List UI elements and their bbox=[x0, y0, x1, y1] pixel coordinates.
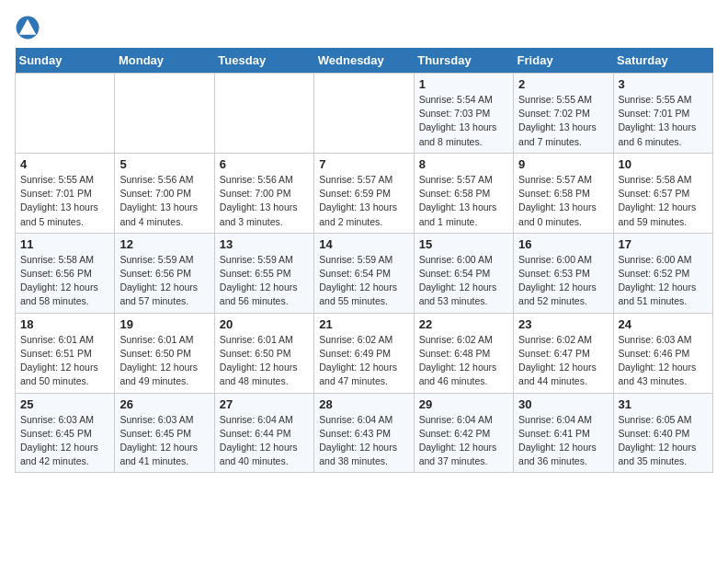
cell-info: Sunrise: 6:04 AM Sunset: 6:43 PM Dayligh… bbox=[319, 413, 408, 469]
cell-info: Sunrise: 5:57 AM Sunset: 6:58 PM Dayligh… bbox=[419, 173, 508, 229]
calendar-cell: 15Sunrise: 6:00 AM Sunset: 6:54 PM Dayli… bbox=[414, 233, 513, 313]
cell-info: Sunrise: 6:04 AM Sunset: 6:41 PM Dayligh… bbox=[518, 413, 608, 469]
calendar-cell: 19Sunrise: 6:01 AM Sunset: 6:50 PM Dayli… bbox=[115, 313, 214, 393]
calendar-cell bbox=[115, 74, 214, 154]
calendar-body: 1Sunrise: 5:54 AM Sunset: 7:03 PM Daylig… bbox=[16, 74, 713, 473]
calendar-header: SundayMondayTuesdayWednesdayThursdayFrid… bbox=[16, 48, 713, 74]
calendar-cell: 29Sunrise: 6:04 AM Sunset: 6:42 PM Dayli… bbox=[414, 393, 513, 473]
cell-info: Sunrise: 5:57 AM Sunset: 6:58 PM Dayligh… bbox=[518, 173, 608, 229]
days-of-week-row: SundayMondayTuesdayWednesdayThursdayFrid… bbox=[16, 48, 713, 74]
page-header bbox=[15, 15, 713, 40]
day-header-sunday: Sunday bbox=[16, 48, 115, 74]
cell-info: Sunrise: 6:05 AM Sunset: 6:40 PM Dayligh… bbox=[619, 413, 708, 469]
calendar-cell: 17Sunrise: 6:00 AM Sunset: 6:52 PM Dayli… bbox=[613, 233, 712, 313]
cell-info: Sunrise: 6:01 AM Sunset: 6:50 PM Dayligh… bbox=[119, 333, 209, 389]
calendar-cell: 25Sunrise: 6:03 AM Sunset: 6:45 PM Dayli… bbox=[16, 393, 115, 473]
cell-info: Sunrise: 6:01 AM Sunset: 6:50 PM Dayligh… bbox=[220, 333, 309, 389]
day-number: 15 bbox=[419, 237, 508, 251]
calendar-cell bbox=[314, 74, 414, 154]
calendar-cell: 20Sunrise: 6:01 AM Sunset: 6:50 PM Dayli… bbox=[214, 313, 313, 393]
cell-info: Sunrise: 5:55 AM Sunset: 7:01 PM Dayligh… bbox=[619, 93, 708, 149]
calendar-week-5: 25Sunrise: 6:03 AM Sunset: 6:45 PM Dayli… bbox=[16, 393, 713, 473]
calendar-cell: 24Sunrise: 6:03 AM Sunset: 6:46 PM Dayli… bbox=[613, 313, 712, 393]
day-number: 2 bbox=[518, 77, 608, 91]
cell-info: Sunrise: 5:58 AM Sunset: 6:56 PM Dayligh… bbox=[20, 253, 109, 309]
day-number: 19 bbox=[119, 317, 209, 331]
calendar-cell: 10Sunrise: 5:58 AM Sunset: 6:57 PM Dayli… bbox=[613, 153, 712, 233]
day-header-friday: Friday bbox=[514, 48, 613, 74]
calendar-cell: 2Sunrise: 5:55 AM Sunset: 7:02 PM Daylig… bbox=[514, 74, 613, 154]
calendar-cell: 3Sunrise: 5:55 AM Sunset: 7:01 PM Daylig… bbox=[613, 74, 712, 154]
cell-info: Sunrise: 6:03 AM Sunset: 6:45 PM Dayligh… bbox=[20, 413, 109, 469]
day-number: 7 bbox=[319, 157, 408, 171]
day-number: 30 bbox=[518, 397, 608, 411]
calendar-cell: 23Sunrise: 6:02 AM Sunset: 6:47 PM Dayli… bbox=[514, 313, 613, 393]
calendar-cell: 21Sunrise: 6:02 AM Sunset: 6:49 PM Dayli… bbox=[314, 313, 414, 393]
day-number: 26 bbox=[119, 397, 209, 411]
day-number: 31 bbox=[619, 397, 708, 411]
calendar-week-4: 18Sunrise: 6:01 AM Sunset: 6:51 PM Dayli… bbox=[16, 313, 713, 393]
logo bbox=[15, 15, 44, 40]
day-number: 9 bbox=[518, 157, 608, 171]
day-number: 8 bbox=[419, 157, 508, 171]
day-number: 23 bbox=[518, 317, 608, 331]
day-number: 10 bbox=[619, 157, 708, 171]
calendar-cell: 11Sunrise: 5:58 AM Sunset: 6:56 PM Dayli… bbox=[16, 233, 115, 313]
calendar-cell: 8Sunrise: 5:57 AM Sunset: 6:58 PM Daylig… bbox=[414, 153, 513, 233]
cell-info: Sunrise: 6:02 AM Sunset: 6:47 PM Dayligh… bbox=[518, 333, 608, 389]
calendar-cell: 7Sunrise: 5:57 AM Sunset: 6:59 PM Daylig… bbox=[314, 153, 414, 233]
day-number: 11 bbox=[20, 237, 109, 251]
day-header-tuesday: Tuesday bbox=[214, 48, 313, 74]
calendar-cell: 12Sunrise: 5:59 AM Sunset: 6:56 PM Dayli… bbox=[115, 233, 214, 313]
calendar-cell: 6Sunrise: 5:56 AM Sunset: 7:00 PM Daylig… bbox=[214, 153, 313, 233]
day-number: 14 bbox=[319, 237, 408, 251]
cell-info: Sunrise: 5:57 AM Sunset: 6:59 PM Dayligh… bbox=[319, 173, 408, 229]
calendar-cell: 4Sunrise: 5:55 AM Sunset: 7:01 PM Daylig… bbox=[16, 153, 115, 233]
day-number: 12 bbox=[119, 237, 209, 251]
day-number: 28 bbox=[319, 397, 408, 411]
day-number: 6 bbox=[220, 157, 309, 171]
calendar-cell: 18Sunrise: 6:01 AM Sunset: 6:51 PM Dayli… bbox=[16, 313, 115, 393]
cell-info: Sunrise: 5:59 AM Sunset: 6:55 PM Dayligh… bbox=[220, 253, 309, 309]
cell-info: Sunrise: 6:03 AM Sunset: 6:46 PM Dayligh… bbox=[619, 333, 708, 389]
cell-info: Sunrise: 5:56 AM Sunset: 7:00 PM Dayligh… bbox=[119, 173, 209, 229]
calendar-week-2: 4Sunrise: 5:55 AM Sunset: 7:01 PM Daylig… bbox=[16, 153, 713, 233]
cell-info: Sunrise: 5:58 AM Sunset: 6:57 PM Dayligh… bbox=[619, 173, 708, 229]
calendar-cell: 5Sunrise: 5:56 AM Sunset: 7:00 PM Daylig… bbox=[115, 153, 214, 233]
calendar-cell: 13Sunrise: 5:59 AM Sunset: 6:55 PM Dayli… bbox=[214, 233, 313, 313]
day-number: 21 bbox=[319, 317, 408, 331]
day-header-wednesday: Wednesday bbox=[314, 48, 414, 74]
calendar-cell bbox=[214, 74, 313, 154]
day-number: 25 bbox=[20, 397, 109, 411]
calendar-cell bbox=[16, 74, 115, 154]
cell-info: Sunrise: 6:01 AM Sunset: 6:51 PM Dayligh… bbox=[20, 333, 109, 389]
calendar-cell: 14Sunrise: 5:59 AM Sunset: 6:54 PM Dayli… bbox=[314, 233, 414, 313]
cell-info: Sunrise: 6:04 AM Sunset: 6:44 PM Dayligh… bbox=[220, 413, 309, 469]
cell-info: Sunrise: 6:00 AM Sunset: 6:52 PM Dayligh… bbox=[619, 253, 708, 309]
calendar-cell: 30Sunrise: 6:04 AM Sunset: 6:41 PM Dayli… bbox=[514, 393, 613, 473]
day-number: 17 bbox=[619, 237, 708, 251]
cell-info: Sunrise: 5:59 AM Sunset: 6:54 PM Dayligh… bbox=[319, 253, 408, 309]
day-number: 5 bbox=[119, 157, 209, 171]
calendar-cell: 27Sunrise: 6:04 AM Sunset: 6:44 PM Dayli… bbox=[214, 393, 313, 473]
calendar-week-3: 11Sunrise: 5:58 AM Sunset: 6:56 PM Dayli… bbox=[16, 233, 713, 313]
calendar-table: SundayMondayTuesdayWednesdayThursdayFrid… bbox=[15, 48, 713, 473]
day-header-monday: Monday bbox=[115, 48, 214, 74]
calendar-cell: 31Sunrise: 6:05 AM Sunset: 6:40 PM Dayli… bbox=[613, 393, 712, 473]
calendar-cell: 16Sunrise: 6:00 AM Sunset: 6:53 PM Dayli… bbox=[514, 233, 613, 313]
cell-info: Sunrise: 5:59 AM Sunset: 6:56 PM Dayligh… bbox=[119, 253, 209, 309]
calendar-cell: 1Sunrise: 5:54 AM Sunset: 7:03 PM Daylig… bbox=[414, 74, 513, 154]
day-number: 20 bbox=[220, 317, 309, 331]
cell-info: Sunrise: 5:54 AM Sunset: 7:03 PM Dayligh… bbox=[419, 93, 508, 149]
day-number: 27 bbox=[220, 397, 309, 411]
cell-info: Sunrise: 5:56 AM Sunset: 7:00 PM Dayligh… bbox=[220, 173, 309, 229]
day-number: 16 bbox=[518, 237, 608, 251]
day-number: 4 bbox=[20, 157, 109, 171]
day-number: 1 bbox=[419, 77, 508, 91]
day-number: 24 bbox=[619, 317, 708, 331]
day-number: 18 bbox=[20, 317, 109, 331]
day-header-thursday: Thursday bbox=[414, 48, 513, 74]
day-number: 22 bbox=[419, 317, 508, 331]
cell-info: Sunrise: 6:02 AM Sunset: 6:49 PM Dayligh… bbox=[319, 333, 408, 389]
cell-info: Sunrise: 6:03 AM Sunset: 6:45 PM Dayligh… bbox=[119, 413, 209, 469]
